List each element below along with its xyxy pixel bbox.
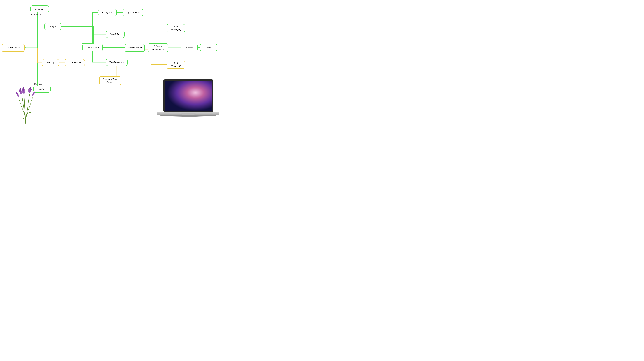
schedule-appointment-label: Schedule appointment [152,45,164,51]
categories-label: Categories [102,11,112,14]
sign-up-label: Sign Up [47,61,54,64]
svg-line-11 [26,97,33,118]
calendar-node: Calendar [180,44,198,51]
svg-point-19 [23,87,24,90]
svg-line-9 [26,94,30,121]
svg-rect-30 [165,80,212,111]
book-messaging-label: Book Messaging [171,25,181,31]
svg-rect-34 [196,113,216,114]
categories-node: Categories [98,9,117,16]
jonathan-label: Jonathan [35,8,44,10]
on-boarding-label: On Boarding [69,61,81,64]
topic-finance-node: Topic: Finance [123,9,143,16]
home-screen-node: Home screen [82,44,103,51]
schedule-appointment-node: Schedule appointment [148,43,168,52]
laptop-decoration [157,79,220,123]
jonathan-node: Jonathan [30,6,49,12]
trending-videos-label: Trending videos [109,61,124,64]
payment-label: Payment [204,46,212,49]
book-messaging-node: Book Messaging [166,24,185,32]
svg-line-8 [22,95,26,121]
sign-up-node: Sign Up [42,59,59,66]
on-boarding-node: On Boarding [64,59,85,66]
svg-rect-33 [160,113,180,114]
login-label: Login [50,25,56,28]
search-bar-node: Search Bar [106,31,124,38]
book-video-call-node: Book Video call [166,61,185,69]
login-node: Login [44,23,62,30]
existing-user-label: Existing User [31,13,43,16]
topic-finance-label: Topic: Finance [126,11,140,14]
payment-node: Payment [200,44,217,51]
svg-point-35 [160,115,216,116]
experts-profile-label: Experts Profile [128,46,142,49]
search-bar-label: Search Bar [110,33,120,36]
home-screen-label: Home screen [86,46,99,49]
book-video-call-label: Book Video call [171,62,180,68]
splash-screen-label: Splash Screen [6,46,20,49]
experts-videos-finance-label: Experts Videos: Finance [103,78,118,84]
svg-rect-32 [182,113,194,114]
trending-videos-node: Trending videos [106,59,128,66]
experts-videos-finance-node: Experts Videos: Finance [99,76,121,85]
calendar-label: Calendar [185,46,194,49]
experts-profile-node: Experts Profile [124,44,145,52]
splash-screen-node: Splash Screen [2,44,24,52]
diagram-container: Splash Screen Jonathan Existing User Log… [0,0,224,126]
lavender-decoration [9,84,42,124]
